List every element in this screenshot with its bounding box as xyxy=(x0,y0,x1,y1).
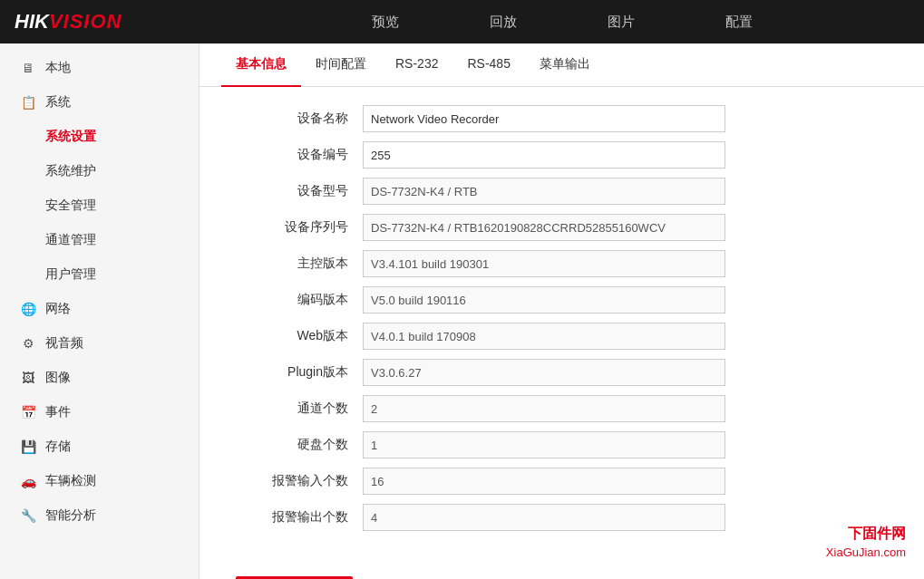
sidebar-item-network[interactable]: 🌐 网络 xyxy=(0,292,199,326)
tab-time-config[interactable]: 时间配置 xyxy=(301,43,381,87)
input-encode-version xyxy=(363,286,725,314)
nav-config[interactable]: 配置 xyxy=(716,1,762,43)
label-hdd-count: 硬盘个数 xyxy=(236,437,363,453)
watermark-line2: XiaGuJian.com xyxy=(826,545,906,561)
form-row-encode-version: 编码版本 xyxy=(236,286,888,314)
input-device-name[interactable] xyxy=(363,105,725,132)
sidebar: 🖥 本地 📋 系统 系统设置 系统维护 安全管理 通道管理 用户管理 🌐 xyxy=(0,43,199,579)
top-nav: HIKVISION 预览 回放 图片 配置 xyxy=(0,0,924,43)
label-serial-number: 设备序列号 xyxy=(236,219,363,236)
sidebar-label-storage: 存储 xyxy=(45,439,71,455)
sidebar-label-audio-video: 视音频 xyxy=(45,335,83,352)
form-row-serial-number: 设备序列号 xyxy=(236,214,888,241)
form-area: 设备名称 设备编号 设备型号 设备序列号 主控版本 编码版本 xyxy=(199,87,924,558)
form-row-alarm-in-count: 报警输入个数 xyxy=(236,468,888,495)
label-encode-version: 编码版本 xyxy=(236,292,363,308)
sidebar-item-event[interactable]: 📅 事件 xyxy=(0,395,199,429)
sidebar-label-network: 网络 xyxy=(45,301,71,317)
storage-icon: 💾 xyxy=(18,439,38,454)
form-row-device-number: 设备编号 xyxy=(236,141,888,169)
label-alarm-in-count: 报警输入个数 xyxy=(236,473,363,489)
watermark: 下固件网 XiaGuJian.com xyxy=(826,524,906,561)
input-hdd-count xyxy=(363,431,725,458)
content-area: 基本信息 时间配置 RS-232 RS-485 菜单输出 设备名称 设备编号 设… xyxy=(199,43,924,579)
tab-rs232[interactable]: RS-232 xyxy=(381,43,452,87)
monitor-icon: 🖥 xyxy=(18,61,38,75)
sidebar-label-local: 本地 xyxy=(45,60,71,76)
logo-hik: HIK xyxy=(15,10,49,34)
sidebar-item-security[interactable]: 安全管理 xyxy=(0,188,199,223)
sidebar-label-smart: 智能分析 xyxy=(45,507,96,524)
tab-rs485[interactable]: RS-485 xyxy=(452,43,524,87)
audio-video-icon: ⚙ xyxy=(18,336,38,351)
sidebar-label-maintenance: 系统维护 xyxy=(45,163,96,179)
sidebar-item-system-settings[interactable]: 系统设置 xyxy=(0,120,199,154)
label-device-number: 设备编号 xyxy=(236,147,363,163)
label-web-version: Web版本 xyxy=(236,328,363,344)
network-icon: 🌐 xyxy=(18,302,38,316)
sidebar-item-image[interactable]: 🖼 图像 xyxy=(0,361,199,395)
input-device-model xyxy=(363,178,725,205)
label-alarm-out-count: 报警输出个数 xyxy=(236,509,363,526)
form-row-web-version: Web版本 xyxy=(236,323,888,350)
sidebar-label-security: 安全管理 xyxy=(45,198,96,214)
vehicle-icon: 🚗 xyxy=(18,474,38,488)
label-device-name: 设备名称 xyxy=(236,111,363,127)
sidebar-item-channel[interactable]: 通道管理 xyxy=(0,223,199,257)
sidebar-label-channel: 通道管理 xyxy=(45,232,96,248)
tab-basic-info[interactable]: 基本信息 xyxy=(221,43,301,87)
input-web-version xyxy=(363,323,725,350)
sidebar-item-storage[interactable]: 💾 存储 xyxy=(0,429,199,464)
sidebar-label-vehicle: 车辆检测 xyxy=(45,473,96,489)
sidebar-label-image: 图像 xyxy=(45,370,71,386)
sidebar-label-system-settings: 系统设置 xyxy=(45,129,96,145)
input-main-version xyxy=(363,250,725,277)
sidebar-label-user: 用户管理 xyxy=(45,266,96,283)
sidebar-item-system[interactable]: 📋 系统 xyxy=(0,85,199,120)
system-icon: 📋 xyxy=(18,95,38,110)
sidebar-item-maintenance[interactable]: 系统维护 xyxy=(0,154,199,188)
input-device-number[interactable] xyxy=(363,141,725,169)
sidebar-item-smart[interactable]: 🔧 智能分析 xyxy=(0,498,199,533)
smart-icon: 🔧 xyxy=(18,508,38,523)
main-layout: 🖥 本地 📋 系统 系统设置 系统维护 安全管理 通道管理 用户管理 🌐 xyxy=(0,43,924,579)
label-main-version: 主控版本 xyxy=(236,256,363,272)
label-channel-count: 通道个数 xyxy=(236,400,363,417)
sidebar-item-vehicle[interactable]: 🚗 车辆检测 xyxy=(0,464,199,498)
input-channel-count xyxy=(363,395,725,422)
input-alarm-out-count xyxy=(363,504,725,531)
sidebar-item-audio-video[interactable]: ⚙ 视音频 xyxy=(0,326,199,361)
tab-menu-output[interactable]: 菜单输出 xyxy=(525,43,605,87)
input-serial-number xyxy=(363,214,725,241)
input-alarm-in-count xyxy=(363,468,725,495)
watermark-line1: 下固件网 xyxy=(826,524,906,544)
tabs: 基本信息 时间配置 RS-232 RS-485 菜单输出 xyxy=(199,43,924,87)
sidebar-item-local[interactable]: 🖥 本地 xyxy=(0,51,199,85)
form-row-main-version: 主控版本 xyxy=(236,250,888,277)
nav-playback[interactable]: 回放 xyxy=(481,1,526,43)
label-device-model: 设备型号 xyxy=(236,183,363,199)
nav-picture[interactable]: 图片 xyxy=(598,1,644,43)
sidebar-label-system: 系统 xyxy=(45,94,71,111)
form-row-channel-count: 通道个数 xyxy=(236,395,888,422)
input-plugin-version xyxy=(363,359,725,386)
sidebar-item-user[interactable]: 用户管理 xyxy=(0,257,199,292)
logo-vision: VISION xyxy=(49,10,122,34)
nav-preview[interactable]: 预览 xyxy=(363,1,408,43)
form-row-alarm-out-count: 报警输出个数 xyxy=(236,504,888,531)
save-btn-area: 💾 保存 xyxy=(199,558,924,579)
nav-items: 预览 回放 图片 配置 xyxy=(199,1,924,43)
label-plugin-version: Plugin版本 xyxy=(236,364,363,381)
event-icon: 📅 xyxy=(18,405,38,420)
form-row-plugin-version: Plugin版本 xyxy=(236,359,888,386)
form-row-hdd-count: 硬盘个数 xyxy=(236,431,888,458)
image-icon: 🖼 xyxy=(18,371,38,385)
form-row-device-name: 设备名称 xyxy=(236,105,888,132)
logo: HIKVISION xyxy=(0,10,199,34)
form-row-device-model: 设备型号 xyxy=(236,178,888,205)
sidebar-label-event: 事件 xyxy=(45,404,71,420)
